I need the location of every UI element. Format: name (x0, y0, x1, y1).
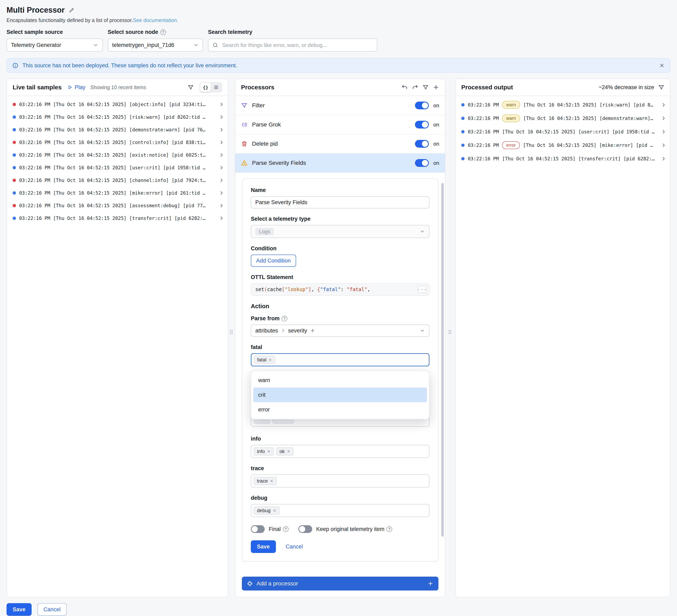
add-condition-button[interactable]: Add Condition (251, 255, 296, 267)
log-row[interactable]: 03:22:16 PM [Thu Oct 16 04:52:15 2025] [… (7, 111, 228, 123)
search-telemetry-label: Search telemetry (208, 29, 377, 35)
chevron-right-icon (219, 165, 224, 170)
processor-toggle[interactable] (415, 101, 429, 109)
live-tail-panel: Live tail samples Play Showing 10 recent… (6, 79, 228, 598)
sample-source-select[interactable]: Telemetry Generator (6, 39, 103, 52)
output-row[interactable]: 03:22:16 PM [Thu Oct 16 04:52:15 2025] [… (456, 125, 670, 138)
see-documentation-link[interactable]: See documentation. (133, 17, 178, 23)
remove-chip-icon[interactable] (273, 509, 276, 512)
processor-editor: Name Select a telemetry type Logs Condit… (242, 178, 439, 562)
severity-dot (461, 130, 464, 133)
redo-icon[interactable] (412, 84, 418, 91)
trace-values-input[interactable]: trace (251, 475, 430, 487)
keep-original-toggle[interactable] (298, 525, 312, 533)
filter-icon[interactable] (658, 84, 664, 90)
severity-dot (13, 116, 16, 119)
log-row[interactable]: 03:22:16 PM [Thu Oct 16 04:52:15 2025] [… (7, 98, 228, 111)
log-row[interactable]: 03:22:16 PM [Thu Oct 16 04:52:15 2025] [… (7, 123, 228, 136)
processor-name: Delete pid (252, 140, 278, 147)
final-toggle[interactable] (251, 525, 265, 533)
editor-save-button[interactable]: Save (251, 540, 276, 553)
add-icon[interactable] (433, 84, 439, 91)
output-row[interactable]: 03:22:16 PM [Thu Oct 16 04:52:15 2025] [… (456, 152, 670, 166)
log-text: [Thu Oct 16 04:52:15 2025] [mike:error] … (523, 142, 658, 148)
severity-dot (13, 204, 16, 207)
source-node-select[interactable]: telemetrygen_input_71d6 (108, 39, 203, 52)
remove-chip-icon[interactable] (270, 479, 273, 483)
filter-icon[interactable] (188, 84, 194, 90)
log-text: 03:22:16 PM [Thu Oct 16 04:52:15 2025] [… (19, 178, 216, 183)
remove-chip-icon[interactable] (268, 358, 272, 362)
chevron-right-icon (219, 115, 224, 120)
output-row[interactable]: 03:22:16 PM error [Thu Oct 16 04:52:15 2… (456, 138, 670, 152)
sample-source-value: Telemetry Generator (11, 42, 91, 48)
processor-row-parse-grok[interactable]: Parse Grok on (235, 115, 445, 134)
search-input[interactable] (221, 42, 373, 49)
chevron-right-icon (219, 102, 224, 107)
processor-toggle[interactable] (415, 121, 429, 129)
debug-values-input[interactable]: debug (251, 504, 430, 517)
processor-row-delete-pid[interactable]: Delete pid on (235, 134, 445, 153)
live-tail-list: 03:22:16 PM [Thu Oct 16 04:52:15 2025] [… (7, 96, 228, 227)
remove-chip-icon[interactable] (287, 449, 290, 453)
fatal-values-input[interactable]: fatal (251, 353, 430, 366)
dropdown-option-warn[interactable]: warn (253, 373, 427, 388)
chevron-right-icon (661, 102, 666, 107)
editor-cancel-button[interactable]: Cancel (286, 543, 303, 550)
info-values-input[interactable]: info ok (251, 445, 430, 458)
path-segment: attributes (255, 327, 278, 334)
parse-from-select[interactable]: attributes severity (251, 324, 430, 337)
help-icon[interactable] (283, 526, 288, 532)
json-view-button[interactable] (200, 83, 211, 92)
chevron-right-icon (219, 190, 224, 195)
severity-dot (13, 179, 16, 182)
log-row[interactable]: 03:22:16 PM [Thu Oct 16 04:52:15 2025] [… (7, 199, 228, 212)
banner-close-icon[interactable] (659, 62, 665, 68)
panel-resize-handle[interactable] (229, 330, 233, 336)
toggle-state-label: on (433, 102, 439, 109)
search-box[interactable] (208, 39, 377, 52)
log-row[interactable]: 03:22:16 PM [Thu Oct 16 04:52:15 2025] [… (7, 149, 228, 161)
log-row[interactable]: 03:22:16 PM [Thu Oct 16 04:52:15 2025] [… (7, 136, 228, 149)
log-row[interactable]: 03:22:16 PM [Thu Oct 16 04:52:15 2025] [… (7, 161, 228, 174)
edit-title-icon[interactable] (69, 7, 75, 13)
processor-row-filter[interactable]: Filter on (235, 96, 445, 115)
dropdown-option-error[interactable]: error (253, 402, 427, 417)
help-icon[interactable] (160, 29, 166, 35)
processor-toggle[interactable] (415, 140, 429, 148)
value-chip: trace (254, 477, 277, 485)
processor-toggle[interactable] (415, 159, 429, 167)
ottl-statement-input[interactable]: set(cache["lookup"], {"fatal": "fatal", (251, 283, 430, 296)
banner-text: This source has not been deployed. These… (22, 62, 237, 69)
remove-chip-icon[interactable] (267, 449, 271, 453)
value-chip: info (254, 447, 274, 455)
add-path-icon[interactable] (310, 328, 315, 333)
log-row[interactable]: 03:22:16 PM [Thu Oct 16 04:52:15 2025] [… (7, 212, 228, 225)
log-row[interactable]: 03:22:16 PM [Thu Oct 16 04:52:15 2025] [… (7, 174, 228, 187)
name-input[interactable] (251, 196, 430, 209)
processor-row-parse-severity-fields[interactable]: Parse Severity Fields on (235, 153, 445, 173)
undo-icon[interactable] (401, 84, 408, 91)
panel-resize-handle[interactable] (448, 330, 452, 336)
list-view-button[interactable] (211, 83, 221, 92)
help-icon[interactable] (387, 526, 392, 532)
log-text: 03:22:16 PM [Thu Oct 16 04:52:15 2025] [… (19, 152, 216, 158)
processors-scrollbar[interactable] (441, 183, 444, 537)
cancel-button[interactable]: Cancel (37, 603, 67, 616)
dropdown-option-crit[interactable]: crit (253, 388, 427, 402)
output-row[interactable]: 03:22:16 PM warn [Thu Oct 16 04:52:15 20… (456, 112, 670, 125)
log-text: [Thu Oct 16 04:52:15 2025] [risk:warn] [… (523, 102, 658, 107)
telemetry-type-select[interactable]: Logs (251, 225, 430, 238)
play-button[interactable]: Play (67, 84, 85, 91)
expand-code-button[interactable] (418, 286, 426, 293)
output-row[interactable]: 03:22:16 PM warn [Thu Oct 16 04:52:15 20… (456, 98, 670, 112)
filter-icon[interactable] (422, 84, 428, 90)
save-button[interactable]: Save (6, 603, 32, 616)
log-row[interactable]: 03:22:16 PM [Thu Oct 16 04:52:15 2025] [… (7, 187, 228, 199)
search-icon (213, 42, 218, 48)
add-processor-button[interactable]: Add a processor (242, 577, 439, 590)
value-chip: ok (276, 447, 294, 455)
help-icon[interactable] (282, 316, 287, 321)
page-header: Multi Processor Encapsulates functionali… (0, 0, 677, 52)
severity-options-dropdown: warncriterror (251, 370, 430, 420)
